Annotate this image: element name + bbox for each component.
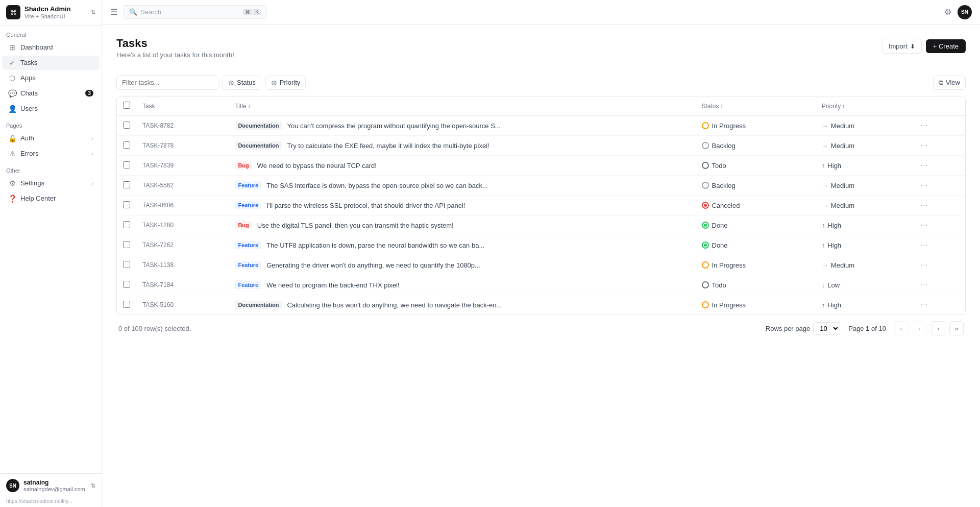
task-id-cell: TASK-8686 bbox=[136, 196, 229, 215]
sidebar-toggle-icon[interactable]: ☰ bbox=[110, 7, 117, 17]
priority-cell: ↑ High bbox=[816, 235, 912, 255]
sidebar-header[interactable]: ⌘ Shadcn Admin Vite + ShadcnUI ⇅ bbox=[0, 0, 102, 26]
main-area: ☰ 🔍 Search ⌘ K ⚙ SN Tasks Here's a list … bbox=[102, 0, 980, 507]
sidebar-item-tasks[interactable]: ✓ Tasks bbox=[2, 56, 100, 70]
status-dot-icon bbox=[702, 182, 709, 189]
row-checkbox-3[interactable] bbox=[123, 181, 130, 188]
prev-page-button[interactable]: ‹ bbox=[913, 321, 927, 335]
search-bar[interactable]: 🔍 Search ⌘ K bbox=[124, 5, 266, 19]
task-title: The UTF8 application is down, parse the … bbox=[266, 242, 484, 249]
row-more-button[interactable]: ··· bbox=[918, 299, 930, 310]
search-placeholder: Search bbox=[140, 8, 240, 16]
create-button[interactable]: + Create bbox=[926, 39, 966, 53]
topbar: ☰ 🔍 Search ⌘ K ⚙ SN bbox=[102, 0, 980, 25]
row-checkbox-cell bbox=[117, 255, 136, 275]
status-cell: Canceled bbox=[696, 196, 816, 215]
task-tag: Feature bbox=[235, 281, 261, 289]
sidebar-item-dashboard[interactable]: ⊞ Dashboard bbox=[2, 40, 100, 55]
sidebar-item-settings[interactable]: ⚙ Settings › bbox=[2, 176, 100, 190]
row-checkbox-4[interactable] bbox=[123, 201, 130, 208]
next-page-button[interactable]: › bbox=[931, 321, 945, 335]
priority-col-header[interactable]: Priority ↕ bbox=[816, 96, 912, 116]
toolbar: ⊕ Status ⊕ Priority ⧉ View bbox=[116, 75, 966, 90]
table-row: TASK-8686 Feature I'll parse the wireles… bbox=[117, 196, 965, 215]
row-checkbox-2[interactable] bbox=[123, 161, 130, 168]
priority-text: Medium bbox=[831, 142, 854, 150]
row-checkbox-1[interactable] bbox=[123, 141, 130, 149]
row-checkbox-7[interactable] bbox=[123, 261, 130, 268]
title-cell: Feature The SAS interface is down, bypas… bbox=[229, 176, 695, 196]
priority-filter-button[interactable]: ⊕ Priority bbox=[265, 76, 306, 90]
title-cell: Feature Generating the driver won't do a… bbox=[229, 255, 695, 275]
row-more-button[interactable]: ··· bbox=[918, 120, 930, 131]
sidebar-item-apps[interactable]: ⬡ Apps bbox=[2, 71, 100, 85]
row-more-button[interactable]: ··· bbox=[918, 279, 930, 290]
row-more-button[interactable]: ··· bbox=[918, 140, 930, 151]
status-col-header[interactable]: Status ↕ bbox=[696, 96, 816, 116]
title-cell: Feature We need to program the back-end … bbox=[229, 275, 695, 295]
row-checkbox-0[interactable] bbox=[123, 122, 130, 129]
title-col-header[interactable]: Title ↕ bbox=[229, 96, 695, 116]
task-title: Use the digital TLS panel, then you can … bbox=[257, 222, 454, 229]
sidebar-item-auth[interactable]: 🔒 Auth › bbox=[2, 131, 100, 146]
select-all-checkbox[interactable] bbox=[123, 102, 130, 109]
priority-text: High bbox=[827, 222, 841, 229]
task-tag: Feature bbox=[235, 261, 261, 269]
row-checkbox-cell bbox=[117, 275, 136, 295]
sidebar-item-help[interactable]: ❓ Help Center bbox=[2, 191, 100, 206]
create-label: + Create bbox=[933, 42, 959, 50]
row-more-button[interactable]: ··· bbox=[918, 180, 930, 190]
pagination: 0 of 100 row(s) selected. Rows per page … bbox=[116, 315, 966, 342]
chats-icon: 💬 bbox=[8, 89, 16, 98]
priority-arrow-icon: → bbox=[822, 182, 828, 189]
import-button[interactable]: Import ⬇ bbox=[882, 39, 922, 54]
row-more-button[interactable]: ··· bbox=[918, 259, 930, 270]
task-tag: Bug bbox=[235, 161, 252, 170]
last-page-button[interactable]: » bbox=[949, 321, 964, 335]
title-cell: Bug We need to bypass the neural TCP car… bbox=[229, 156, 695, 176]
first-page-button[interactable]: « bbox=[894, 321, 909, 335]
sidebar-item-errors[interactable]: ⚠ Errors › bbox=[2, 147, 100, 161]
actions-col-header bbox=[912, 96, 965, 116]
status-filter-button[interactable]: ⊕ Status bbox=[223, 76, 261, 90]
priority-cell: ↑ High bbox=[816, 295, 912, 315]
select-all-header[interactable] bbox=[117, 96, 136, 116]
row-checkbox-5[interactable] bbox=[123, 221, 130, 228]
settings-icon: ⚙ bbox=[8, 179, 16, 187]
row-checkbox-6[interactable] bbox=[123, 241, 130, 248]
rows-per-page: Rows per page 10 20 50 bbox=[766, 322, 840, 335]
kbd-k: K bbox=[253, 9, 261, 15]
row-more-button[interactable]: ··· bbox=[918, 160, 930, 171]
task-id-cell: TASK-5562 bbox=[136, 176, 229, 196]
sidebar-item-chats[interactable]: 💬 Chats 3 bbox=[2, 86, 100, 101]
priority-sort: Priority ↕ bbox=[822, 103, 845, 110]
task-tag: Feature bbox=[235, 241, 261, 249]
task-id-cell: TASK-7184 bbox=[136, 275, 229, 295]
row-more-button[interactable]: ··· bbox=[918, 239, 930, 250]
row-checkbox-8[interactable] bbox=[123, 281, 130, 288]
row-checkbox-9[interactable] bbox=[123, 301, 130, 308]
view-button[interactable]: ⧉ View bbox=[933, 76, 966, 90]
status-dot-icon bbox=[702, 222, 709, 229]
row-more-button[interactable]: ··· bbox=[918, 200, 930, 210]
sidebar-collapse-icon[interactable]: ⇅ bbox=[91, 9, 95, 16]
task-tag: Feature bbox=[235, 181, 261, 189]
kbd-meta: ⌘ bbox=[243, 9, 252, 15]
task-tag: Documentation bbox=[235, 122, 282, 130]
status-cell: In Progress bbox=[696, 295, 816, 315]
settings-gear-icon[interactable]: ⚙ bbox=[944, 7, 951, 17]
row-checkbox-cell bbox=[117, 176, 136, 196]
priority-cell: → Medium bbox=[816, 176, 912, 196]
topbar-user-avatar[interactable]: SN bbox=[958, 5, 972, 19]
rows-per-page-select[interactable]: 10 20 50 bbox=[813, 322, 840, 335]
row-more-button[interactable]: ··· bbox=[918, 220, 930, 230]
sidebar-item-errors-label: Errors bbox=[20, 150, 87, 157]
row-checkbox-cell bbox=[117, 196, 136, 215]
task-title: Try to calculate the EXE feed, maybe it … bbox=[287, 142, 489, 150]
task-col-header[interactable]: Task bbox=[136, 96, 229, 116]
sidebar-user-footer[interactable]: SN satnaing satnaingdev@gmail.com ⇅ bbox=[0, 473, 102, 497]
dashboard-icon: ⊞ bbox=[8, 43, 16, 52]
task-id-cell: TASK-1138 bbox=[136, 255, 229, 275]
filter-input[interactable] bbox=[116, 75, 218, 90]
sidebar-item-users[interactable]: 👤 Users bbox=[2, 102, 100, 116]
